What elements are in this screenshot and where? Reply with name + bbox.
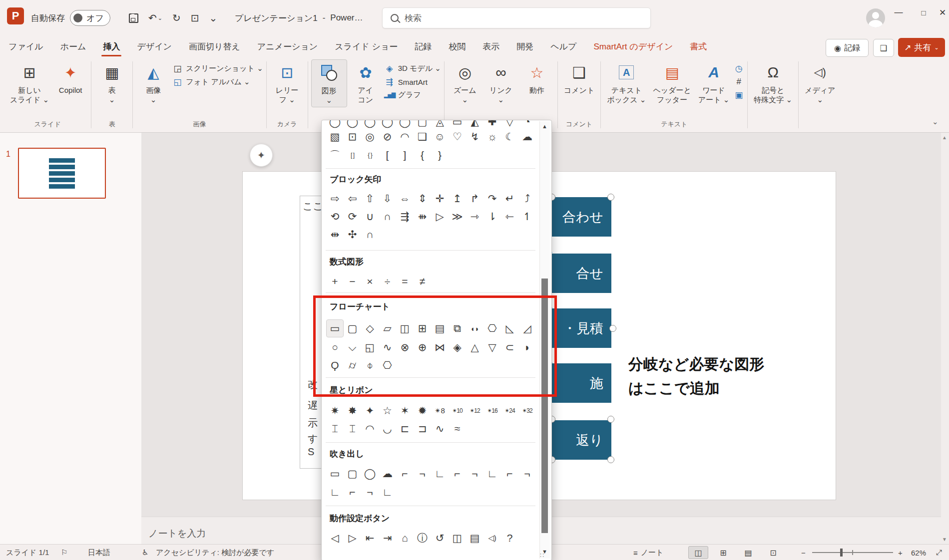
selection-handle[interactable]: [607, 456, 614, 463]
shape-cell[interactable]: ↯: [467, 128, 483, 145]
shape-cell[interactable]: ≫: [449, 208, 466, 225]
shape-cell[interactable]: ]: [397, 147, 413, 164]
slide-number-button[interactable]: #: [733, 77, 744, 87]
normal-view-button[interactable]: ◫: [688, 546, 708, 559]
cameo-button[interactable]: ⊡レリーフ ⌄: [270, 59, 305, 106]
shape-cell[interactable]: ⌒: [327, 147, 343, 164]
shape-cell[interactable]: ☾: [501, 128, 518, 145]
tab-contextual-SmartArt のデザイン[interactable]: SmartArt のデザイン: [585, 37, 682, 57]
shape-cell[interactable]: ✷: [327, 402, 343, 419]
shape-cell[interactable]: ∿: [432, 420, 448, 437]
shape-cell[interactable]: ⌐: [501, 465, 518, 482]
chart-button[interactable]: ▂▅▇グラフ: [384, 90, 441, 100]
shape-cell[interactable]: [519, 530, 535, 547]
shape-cell[interactable]: −: [344, 273, 361, 290]
start-slideshow-icon[interactable]: ⊡: [191, 12, 199, 24]
shape-cell[interactable]: ✹: [414, 402, 431, 419]
shape-cell[interactable]: ⇥: [379, 530, 396, 547]
tab-挿入[interactable]: 挿入: [94, 37, 128, 57]
zoom-out-button[interactable]: −: [801, 545, 806, 560]
selection-handle[interactable]: [607, 416, 614, 423]
search-input[interactable]: 検索: [382, 7, 651, 28]
shape-cell[interactable]: { }: [362, 147, 378, 164]
shape-cell[interactable]: ∟: [379, 484, 396, 501]
selection-handle[interactable]: [607, 194, 614, 201]
tab-開発[interactable]: 開発: [508, 37, 542, 57]
zoom-slider-thumb[interactable]: [840, 549, 843, 557]
collapse-ribbon-icon[interactable]: ⌄: [932, 117, 939, 126]
shape-cell[interactable]: [: [379, 147, 396, 164]
fit-to-window-icon[interactable]: ⤢: [936, 545, 942, 560]
table-button[interactable]: ▦表⌄: [94, 59, 129, 106]
text-box-button[interactable]: Aテキストボックス ⌄: [604, 59, 649, 106]
canvas-scrollbar[interactable]: ▲ ▼: [941, 133, 949, 544]
shape-cell[interactable]: ¬: [467, 465, 483, 482]
maximize-button[interactable]: □: [912, 0, 935, 25]
shape-cell[interactable]: ⊏: [397, 420, 413, 437]
shape-cell[interactable]: ⌂: [397, 530, 413, 547]
shape-cell[interactable]: ∩: [362, 226, 378, 243]
shape-cell[interactable]: ÷: [379, 273, 396, 290]
shape-cell[interactable]: ◫: [449, 530, 466, 547]
notes-toggle[interactable]: ≡ ノート: [633, 545, 663, 560]
shape-cell[interactable]: ♡: [449, 128, 466, 145]
action-button[interactable]: ☆動作: [519, 59, 554, 97]
shape-cell[interactable]: ◁): [484, 530, 500, 547]
shape-cell[interactable]: ⌶: [344, 420, 361, 437]
shape-cell[interactable]: ✶: [397, 402, 413, 419]
shape-cell[interactable]: ✴12: [467, 402, 483, 419]
3d-models-button[interactable]: ◈3D モデル ⌄: [384, 63, 441, 74]
proofing-icon[interactable]: ⚐: [61, 545, 67, 560]
zoom-slider[interactable]: [812, 545, 893, 560]
smartart-button[interactable]: ⇶SmartArt: [384, 77, 441, 87]
slide-thumbnail[interactable]: [18, 148, 106, 199]
account-avatar[interactable]: [866, 8, 885, 27]
shape-cell[interactable]: ∟: [432, 465, 448, 482]
shape-cell[interactable]: ✦: [362, 402, 378, 419]
media-button[interactable]: ◁)メディア⌄: [802, 59, 838, 106]
shape-cell[interactable]: ⊐: [414, 420, 431, 437]
shape-cell[interactable]: ⌐: [344, 484, 361, 501]
language-indicator[interactable]: 日本語: [88, 545, 110, 560]
comments-button[interactable]: ❑: [873, 39, 894, 57]
shape-cell[interactable]: ¬: [519, 465, 535, 482]
shape-cell[interactable]: ✴10: [449, 402, 466, 419]
tab-記録[interactable]: 記録: [406, 37, 440, 57]
shape-cell[interactable]: ✴8: [432, 402, 448, 419]
shape-cell[interactable]: ✛: [432, 190, 448, 207]
shape-cell[interactable]: ∩: [379, 208, 396, 225]
photo-album-button[interactable]: ◱フォト アルバム ⌄: [172, 77, 263, 87]
autosave-toggle[interactable]: オフ: [70, 0, 110, 36]
shape-cell[interactable]: ▷: [344, 530, 361, 547]
comment-button[interactable]: ❑コメント: [561, 59, 597, 97]
shape-cell[interactable]: ◯: [362, 465, 378, 482]
shape-cell[interactable]: ⤴: [519, 190, 535, 207]
shape-cell[interactable]: ⇂: [484, 208, 500, 225]
shape-cell[interactable]: ⌐: [449, 465, 466, 482]
undo-icon[interactable]: ↶⌄: [148, 12, 162, 24]
zoom-button[interactable]: ◎ズーム⌄: [448, 59, 482, 106]
shape-cell[interactable]: ∟: [484, 465, 500, 482]
redo-icon[interactable]: ↻: [172, 12, 181, 24]
scroll-up-icon[interactable]: ▲: [542, 123, 547, 129]
zoom-in-button[interactable]: +: [898, 545, 903, 560]
close-button[interactable]: ✕: [936, 0, 949, 25]
share-button[interactable]: ↗ 共有 ⌄: [898, 38, 945, 57]
reading-view-button[interactable]: ▤: [738, 546, 758, 559]
shape-cell[interactable]: ⇽: [501, 208, 518, 225]
shape-cell[interactable]: ☁: [379, 465, 396, 482]
shape-cell[interactable]: [ ]: [344, 147, 361, 164]
shape-cell[interactable]: ⟲: [327, 208, 343, 225]
shape-cell[interactable]: ∟: [327, 484, 343, 501]
shape-cell[interactable]: ⇕: [414, 190, 431, 207]
shape-cell[interactable]: ⇶: [397, 208, 413, 225]
customize-quick-access-icon[interactable]: ⌄: [209, 12, 218, 24]
shape-cell[interactable]: ⇤: [362, 530, 378, 547]
shape-cell[interactable]: ⌶: [327, 420, 343, 437]
shape-cell[interactable]: ↥: [449, 190, 466, 207]
shape-cell[interactable]: ☁: [519, 128, 535, 145]
shape-cell[interactable]: ⇦: [344, 190, 361, 207]
icons-button[interactable]: ✿アイコン: [348, 59, 383, 106]
shape-cell[interactable]: ✣: [344, 226, 361, 243]
tab-画面切り替え[interactable]: 画面切り替え: [180, 37, 249, 57]
